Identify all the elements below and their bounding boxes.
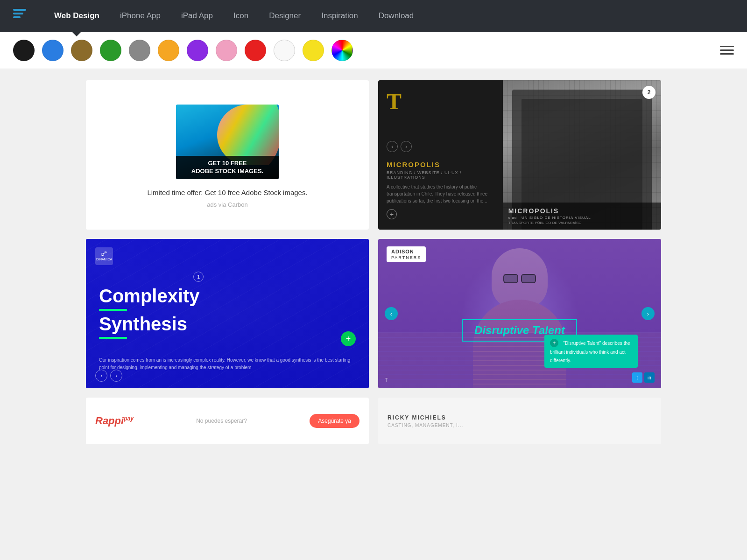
nav-link-icon[interactable]: Icon	[223, 0, 259, 32]
micropolis-right-body: TRANSPORTE PÚBLICO DE VALPARAÍSO	[508, 221, 655, 225]
color-filter-purple[interactable]	[187, 40, 208, 61]
color-filter-yellow[interactable]	[303, 40, 324, 61]
micropolis-description: A collective that studies the history of…	[387, 183, 494, 204]
nav-item-inspiration[interactable]: Inspiration	[311, 0, 368, 32]
ad-card: Ad GET 10 FREEADOBE STOCK IMAGES. Limite…	[86, 80, 369, 230]
micropolis-prev-button[interactable]: ‹	[387, 141, 398, 152]
micropolis-card: T ‹ › MICROPOLIS BRANDING / WEBSITE / UI…	[378, 80, 661, 230]
rappi-tagline: No puedes esperar?	[196, 418, 247, 424]
nav-item-iphone-app[interactable]: iPhone App	[110, 0, 171, 32]
nav-link-web-design[interactable]: Web Design	[44, 0, 110, 32]
complexity-logo: DPDINÁMICA	[95, 247, 113, 265]
disruptive-social-links: t in	[632, 372, 655, 383]
micropolis-more-button[interactable]: +	[387, 209, 397, 219]
micropolis-left-panel: T ‹ › MICROPOLIS BRANDING / WEBSITE / UI…	[378, 80, 503, 230]
color-filter-brown[interactable]	[71, 40, 92, 61]
disruptive-prev-button[interactable]: ‹	[385, 307, 398, 320]
menu-line-2	[720, 49, 734, 51]
disruptive-bottom-label: T	[385, 377, 388, 383]
color-filter-black[interactable]	[13, 40, 35, 61]
micropolis-right-text: MICROPOLIS clad UN SIGLO DE HISTORIA VIS…	[503, 203, 661, 230]
micropolis-slide-badge: 2	[642, 86, 655, 99]
complexity-description: Our inspiration comes from an is increas…	[99, 357, 356, 371]
color-filter-blue[interactable]	[42, 40, 63, 61]
micropolis-title: MICROPOLIS	[387, 161, 494, 168]
color-filter-bar	[0, 32, 747, 69]
complexity-plus-button[interactable]: +	[341, 331, 356, 346]
complexity-title2: Synthesis	[99, 314, 200, 334]
adison-partners-logo: ADISON PARTNERS	[387, 246, 426, 262]
ricky-subtitle: CASTING, MANAGEMENT, I...	[388, 423, 463, 428]
complexity-next-button[interactable]: ›	[110, 370, 122, 382]
nav-link-download[interactable]: Download	[368, 0, 424, 32]
nav-item-web-design[interactable]: Web Design	[44, 0, 110, 32]
svg-rect-1	[13, 13, 23, 14]
micropolis-right-subtitle: clad UN SIGLO DE HISTORIA VISUAL	[508, 216, 655, 220]
navigation: Web Design iPhone App iPad App Icon Desi…	[0, 0, 747, 32]
micropolis-letter: T	[387, 91, 494, 113]
disruptive-next-button[interactable]: ›	[641, 307, 655, 320]
svg-rect-2	[13, 16, 21, 18]
rappi-card: Rappipay No puedes esperar? Asegúrate ya	[86, 398, 369, 444]
complexity-underline2	[99, 337, 127, 339]
hamburger-menu-button[interactable]	[720, 46, 734, 55]
color-filter-gray[interactable]	[129, 40, 150, 61]
micropolis-nav-arrows: ‹ ›	[387, 141, 494, 152]
ricky-card: RICKY MICHIELS CASTING, MANAGEMENT, I...	[378, 398, 661, 444]
ad-image-inner: Ad GET 10 FREEADOBE STOCK IMAGES.	[176, 105, 279, 179]
complexity-prev-button[interactable]: ‹	[95, 370, 107, 382]
nav-item-download[interactable]: Download	[368, 0, 424, 32]
rappi-logo: Rappipay	[95, 415, 134, 427]
color-filter-gradient[interactable]	[331, 40, 353, 61]
complexity-card: DPDINÁMICA 1 Complexity Synthesis + Our …	[86, 239, 369, 388]
micropolis-right-title: MICROPOLIS	[508, 207, 655, 215]
ad-image[interactable]: Ad GET 10 FREEADOBE STOCK IMAGES.	[176, 105, 279, 179]
nav-item-icon[interactable]: Icon	[223, 0, 259, 32]
disruptive-card: ADISON PARTNERS ‹ › Disruptive Talent + …	[378, 239, 661, 388]
nav-item-ipad-app[interactable]: iPad App	[171, 0, 223, 32]
menu-line-3	[720, 53, 734, 55]
nav-link-designer[interactable]: Designer	[259, 0, 311, 32]
complexity-dp-logo: DPDINÁMICA	[95, 247, 113, 265]
micropolis-right-panel: 2 MICROPOLIS clad UN SIGLO DE HISTORIA V…	[503, 80, 661, 230]
disruptive-twitter-button[interactable]: t	[632, 372, 642, 383]
color-filter-pink[interactable]	[216, 40, 237, 61]
complexity-nav-arrows: ‹ ›	[95, 370, 122, 382]
disruptive-bubble-text: "Disruptive Talent" describes the brilli…	[550, 341, 630, 363]
micropolis-next-button[interactable]: ›	[401, 141, 412, 152]
color-filter-white[interactable]	[274, 40, 295, 61]
complexity-title1: Complexity	[99, 286, 200, 306]
disruptive-linkedin-button[interactable]: in	[644, 372, 655, 383]
nav-links: Web Design iPhone App iPad App Icon Desi…	[44, 0, 424, 32]
main-content: Ad GET 10 FREEADOBE STOCK IMAGES. Limite…	[75, 69, 672, 455]
ad-title: Limited time offer: Get 10 free Adobe St…	[147, 188, 307, 198]
ad-via: ads via Carbon	[207, 201, 247, 208]
nav-item-designer[interactable]: Designer	[259, 0, 311, 32]
complexity-main-text: Complexity Synthesis	[99, 286, 200, 342]
menu-line-1	[720, 46, 734, 47]
micropolis-image: 2 MICROPOLIS clad UN SIGLO DE HISTORIA V…	[503, 80, 661, 230]
nav-link-inspiration[interactable]: Inspiration	[311, 0, 368, 32]
svg-rect-0	[13, 9, 26, 11]
disruptive-info-bubble: + "Disruptive Talent" describes the bril…	[544, 335, 638, 368]
nav-link-ipad-app[interactable]: iPad App	[171, 0, 223, 32]
rappi-cta-button[interactable]: Asegúrate ya	[310, 414, 359, 428]
ricky-name: RICKY MICHIELS	[388, 414, 446, 421]
color-filter-red[interactable]	[245, 40, 266, 61]
color-filter-green[interactable]	[100, 40, 121, 61]
micropolis-subtitle: BRANDING / WEBSITE / UI-UX / ILLUSTRATIO…	[387, 170, 494, 180]
color-filter-orange[interactable]	[158, 40, 179, 61]
complexity-underline1	[99, 309, 127, 311]
nav-link-iphone-app[interactable]: iPhone App	[110, 0, 171, 32]
brand-logo[interactable]	[11, 6, 31, 26]
disruptive-bubble-plus[interactable]: +	[550, 339, 558, 347]
